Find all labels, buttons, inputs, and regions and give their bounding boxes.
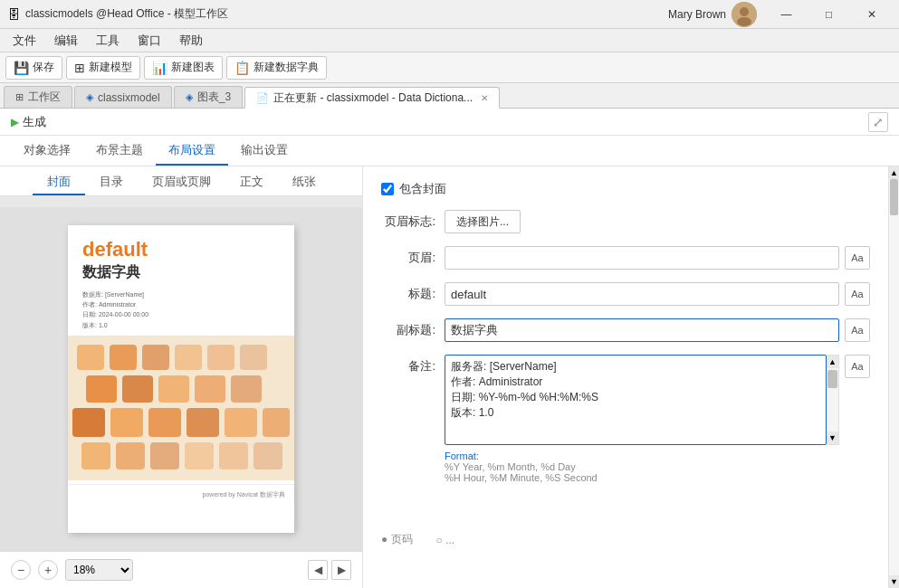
main-content: 封面 目录 页眉或页脚 正文 纸张 default 数据字典 数据库: [Ser… bbox=[0, 166, 899, 588]
svg-rect-11 bbox=[122, 375, 153, 403]
svg-rect-24 bbox=[185, 442, 214, 469]
title-input[interactable] bbox=[445, 282, 839, 306]
menu-window[interactable]: 窗口 bbox=[129, 30, 170, 52]
notes-font-button[interactable]: Aa bbox=[845, 355, 870, 378]
svg-rect-14 bbox=[231, 375, 262, 403]
prev-page-button[interactable]: ◀ bbox=[308, 560, 328, 580]
header-content: Aa bbox=[445, 246, 870, 270]
svg-rect-19 bbox=[225, 408, 257, 437]
logo-content: 选择图片... bbox=[445, 210, 870, 233]
generate-button[interactable]: ▶ 生成 bbox=[11, 114, 46, 130]
title-content: Aa bbox=[445, 282, 870, 306]
subtitle-font-button[interactable]: Aa bbox=[845, 318, 870, 342]
format-row: Format: %Y Year, %m Month, %d Day %H Hou… bbox=[445, 450, 870, 483]
title-font-button[interactable]: Aa bbox=[845, 282, 870, 306]
notes-row: 备注: 服务器: [ServerName] 作者: Administrator … bbox=[381, 355, 870, 445]
choose-image-button[interactable]: 选择图片... bbox=[445, 210, 521, 233]
title-label: 标题: bbox=[381, 282, 435, 302]
page-tab-toc[interactable]: 目录 bbox=[85, 170, 138, 195]
zoom-select[interactable]: 18% 25% 50% 75% 100% bbox=[65, 559, 133, 581]
tab-classixmodel[interactable]: ◈ classixmodel bbox=[74, 86, 172, 108]
toolbar: 💾 保存 ⊞ 新建模型 📊 新建图表 📋 新建数据字典 bbox=[0, 52, 899, 83]
tab-diagram[interactable]: ◈ 图表_3 bbox=[174, 86, 243, 108]
new-model-button[interactable]: ⊞ 新建模型 bbox=[66, 56, 140, 80]
svg-rect-5 bbox=[110, 345, 137, 370]
subtitle-label: 副标题: bbox=[381, 318, 435, 338]
page-tabs: 封面 目录 页眉或页脚 正文 纸张 bbox=[0, 166, 362, 196]
subtitle-content: Aa bbox=[445, 318, 870, 342]
svg-point-1 bbox=[740, 7, 749, 16]
preview-area: 封面 目录 页眉或页脚 正文 纸张 default 数据字典 数据库: [Ser… bbox=[0, 166, 362, 588]
scrollbar-down[interactable]: ▼ bbox=[889, 575, 899, 588]
maximize-button[interactable]: □ bbox=[808, 2, 849, 27]
tab-workspace[interactable]: ⊞ 工作区 bbox=[4, 86, 72, 108]
menu-file[interactable]: 文件 bbox=[4, 30, 45, 52]
new-dict-icon: 📋 bbox=[234, 61, 250, 75]
page-tab-body[interactable]: 正文 bbox=[225, 170, 278, 195]
tab-dictionary[interactable]: 📄 正在更新 - classixmodel - Data Dictiona...… bbox=[244, 87, 500, 109]
header-row: 页眉: Aa bbox=[381, 246, 870, 270]
title-row: 标题: Aa bbox=[381, 282, 870, 306]
header-input[interactable] bbox=[445, 246, 839, 270]
bottom-controls: − + 18% 25% 50% 75% 100% ◀ ▶ bbox=[0, 551, 362, 588]
sub-tab-output[interactable]: 输出设置 bbox=[228, 137, 301, 166]
generate-bar: ▶ 生成 ⤢ bbox=[0, 109, 899, 136]
zoom-out-button[interactable]: − bbox=[11, 560, 31, 580]
tab-workspace-icon: ⊞ bbox=[15, 91, 24, 103]
sub-tab-theme[interactable]: 布景主题 bbox=[83, 137, 156, 166]
main-scrollbar: ▲ ▼ bbox=[888, 166, 899, 588]
tabs-bar: ⊞ 工作区 ◈ classixmodel ◈ 图表_3 📄 正在更新 - cla… bbox=[0, 83, 899, 109]
svg-rect-4 bbox=[77, 345, 104, 370]
include-cover-label: 包含封面 bbox=[399, 181, 446, 197]
svg-point-2 bbox=[737, 17, 751, 26]
save-icon: 💾 bbox=[14, 61, 29, 75]
page-tab-cover[interactable]: 封面 bbox=[33, 170, 85, 195]
notes-label: 备注: bbox=[381, 355, 435, 375]
svg-rect-26 bbox=[253, 442, 282, 469]
next-page-button[interactable]: ▶ bbox=[331, 560, 351, 580]
new-dict-button[interactable]: 📋 新建数据字典 bbox=[226, 56, 327, 80]
tab-classixmodel-icon: ◈ bbox=[86, 91, 93, 103]
tab-dictionary-icon: 📄 bbox=[256, 92, 269, 104]
tab-close-icon[interactable]: ✕ bbox=[481, 93, 488, 103]
tab-diagram-icon: ◈ bbox=[186, 91, 193, 103]
include-cover-checkbox[interactable] bbox=[381, 183, 394, 195]
notes-textarea[interactable]: 服务器: [ServerName] 作者: Administrator 日期: … bbox=[445, 355, 827, 445]
sub-tab-layout[interactable]: 布局设置 bbox=[156, 137, 228, 166]
sub-tab-object[interactable]: 对象选择 bbox=[11, 137, 83, 166]
page-tab-header[interactable]: 页眉或页脚 bbox=[138, 170, 225, 195]
user-name: Mary Brown bbox=[668, 8, 726, 21]
textarea-scroll-down[interactable]: ▼ bbox=[827, 432, 838, 444]
svg-rect-20 bbox=[263, 408, 290, 437]
menu-tools[interactable]: 工具 bbox=[87, 30, 129, 52]
close-button[interactable]: ✕ bbox=[851, 2, 892, 27]
preview-subtitle: 数据字典 bbox=[82, 263, 280, 282]
logo-row: 页眉标志: 选择图片... bbox=[381, 210, 870, 233]
right-panel: 包含封面 页眉标志: 选择图片... 页眉: Aa 标题: Aa bbox=[362, 166, 888, 588]
scrollbar-up[interactable]: ▲ bbox=[889, 166, 899, 179]
zoom-in-button[interactable]: + bbox=[38, 560, 58, 580]
menubar: 文件 编辑 工具 窗口 帮助 bbox=[0, 29, 899, 52]
new-diagram-button[interactable]: 📊 新建图表 bbox=[144, 56, 223, 80]
svg-rect-8 bbox=[207, 345, 234, 370]
textarea-scroll-up[interactable]: ▲ bbox=[827, 356, 838, 368]
header-font-button[interactable]: Aa bbox=[845, 246, 870, 270]
svg-rect-6 bbox=[142, 345, 169, 370]
window-controls: — □ ✕ bbox=[766, 2, 892, 27]
preview-title: default bbox=[82, 238, 280, 261]
user-area: Mary Brown bbox=[668, 2, 757, 27]
menu-edit[interactable]: 编辑 bbox=[45, 30, 87, 52]
sub-tabs: 对象选择 布景主题 布局设置 输出设置 bbox=[0, 136, 899, 166]
page-tab-paper[interactable]: 纸张 bbox=[278, 170, 330, 195]
expand-button[interactable]: ⤢ bbox=[868, 112, 888, 132]
play-icon: ▶ bbox=[11, 116, 19, 128]
avatar bbox=[732, 2, 757, 27]
svg-rect-25 bbox=[219, 442, 248, 469]
menu-help[interactable]: 帮助 bbox=[170, 30, 212, 52]
svg-rect-9 bbox=[240, 345, 267, 370]
save-button[interactable]: 💾 保存 bbox=[5, 56, 62, 80]
new-diagram-icon: 📊 bbox=[152, 61, 167, 75]
minimize-button[interactable]: — bbox=[766, 2, 807, 27]
subtitle-input[interactable] bbox=[445, 318, 839, 342]
svg-rect-21 bbox=[81, 442, 110, 469]
